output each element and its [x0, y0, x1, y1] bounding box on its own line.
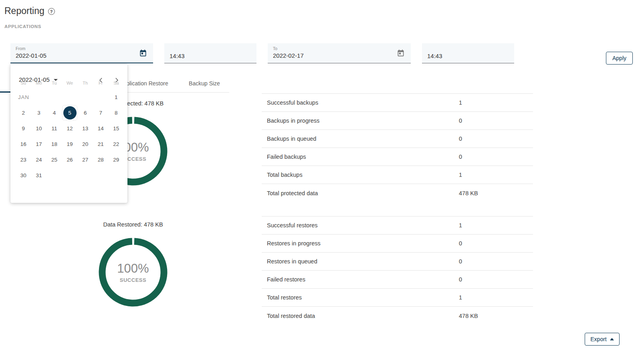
stat-value: 478 KB	[459, 190, 478, 196]
calendar-day[interactable]: 31	[31, 168, 47, 183]
calendar-day	[46, 168, 62, 183]
stat-label: Total protected data	[262, 190, 459, 196]
calendar-day[interactable]: 16	[16, 136, 31, 152]
stat-value: 1	[459, 99, 462, 106]
calendar-week-row: 23 24 25 26 27 28 29	[16, 152, 127, 168]
stat-value: 0	[459, 117, 462, 124]
calendar-day[interactable]: 24	[31, 152, 47, 168]
export-button[interactable]: Export	[585, 333, 620, 346]
table-row: Total backups1	[262, 166, 533, 184]
calendar-week-row: JAN 1	[16, 89, 127, 105]
calendar-day-selected[interactable]: 5	[62, 105, 78, 121]
stat-label: Restores in progress	[262, 240, 459, 247]
datepicker-header[interactable]: 2022-01-05	[19, 76, 58, 83]
calendar-day[interactable]: 6	[77, 105, 93, 121]
table-row: Backups in progress0	[262, 112, 533, 130]
stat-value: 1	[459, 172, 462, 178]
calendar-day[interactable]: 30	[16, 168, 31, 183]
to-date-label: To	[268, 43, 411, 51]
calendar-day	[93, 89, 109, 105]
table-row: Total restores1	[262, 289, 533, 307]
table-row: Successful backups1	[262, 94, 533, 112]
calendar-day[interactable]: 10	[31, 121, 47, 136]
section-label: APPLICATIONS	[4, 24, 41, 29]
month-label: JAN	[16, 89, 62, 105]
calendar-day[interactable]: 1	[109, 89, 124, 105]
calendar-day[interactable]: 28	[93, 152, 109, 168]
apply-button[interactable]: Apply	[606, 52, 633, 65]
previous-month-button[interactable]	[96, 75, 106, 85]
tab-backup-size[interactable]: Backup Size	[180, 74, 229, 92]
from-date-label: From	[10, 43, 153, 51]
calendar-day[interactable]: 29	[109, 152, 124, 168]
calendar-day	[109, 168, 124, 183]
stat-value: 0	[459, 240, 462, 247]
calendar-day[interactable]: 22	[109, 136, 124, 152]
calendar-day[interactable]: 13	[77, 121, 93, 136]
calendar-day[interactable]: 9	[16, 121, 31, 136]
from-date-value[interactable]: 2022-01-05	[10, 51, 153, 59]
calendar-day[interactable]: 26	[62, 152, 78, 168]
from-time-value[interactable]: 14:43	[164, 53, 185, 63]
to-time-value[interactable]: 14:43	[422, 53, 442, 63]
calendar-day[interactable]: 12	[62, 121, 78, 136]
calendar-day[interactable]: 25	[46, 152, 62, 168]
from-date-field[interactable]: From 2022-01-05	[10, 43, 153, 63]
calendar-day[interactable]: 11	[46, 121, 62, 136]
stat-label: Successful restores	[262, 222, 459, 229]
calendar-day[interactable]: 23	[16, 152, 31, 168]
weekday-label: Th	[77, 81, 93, 85]
calendar-day[interactable]: 4	[46, 105, 62, 121]
export-button-label: Export	[590, 336, 606, 342]
restore-stats-table: Successful restores1 Restores in progres…	[262, 216, 533, 325]
calendar-day	[93, 168, 109, 183]
chevron-down-icon	[54, 79, 58, 81]
stat-label: Failed restores	[262, 276, 459, 283]
calendar-day[interactable]: 21	[93, 136, 109, 152]
stat-value: 0	[459, 136, 462, 142]
calendar-day[interactable]: 8	[109, 105, 124, 121]
calendar-day[interactable]: 19	[62, 136, 78, 152]
stat-label: Successful backups	[262, 99, 459, 106]
data-restored-donut: 100% SUCCESS	[95, 234, 171, 310]
table-row: Failed backups0	[262, 148, 533, 166]
calendar-icon[interactable]	[139, 49, 147, 59]
calendar-day[interactable]: 20	[77, 136, 93, 152]
stat-value: 1	[459, 222, 462, 229]
calendar-day[interactable]: 18	[46, 136, 62, 152]
calendar-week-row: 30 31	[16, 168, 127, 183]
stat-value: 0	[459, 258, 462, 265]
table-row: Backups in queued0	[262, 130, 533, 148]
to-date-value[interactable]: 2022-02-17	[268, 51, 411, 59]
help-icon[interactable]: ?	[48, 8, 55, 15]
data-restored-title: Data Restored: 478 KB	[57, 221, 209, 228]
to-time-field[interactable]: 14:43	[422, 43, 514, 63]
calendar-week-row: 9 10 11 12 13 14 15	[16, 121, 127, 136]
calendar-day	[62, 168, 78, 183]
calendar-day[interactable]: 27	[77, 152, 93, 168]
backup-stats-table: Successful backups1 Backups in progress0…	[262, 93, 533, 202]
stat-label: Total restored data	[262, 313, 459, 319]
calendar-day	[77, 168, 93, 183]
calendar-week-row: 2 3 4 5 6 7 8	[16, 105, 127, 121]
table-row: Restores in queued0	[262, 253, 533, 271]
table-row: Successful restores1	[262, 216, 533, 235]
calendar-day[interactable]: 17	[31, 136, 47, 152]
from-time-field[interactable]: 14:43	[164, 43, 256, 63]
to-date-field[interactable]: To 2022-02-17	[268, 43, 411, 63]
page-title-text: Reporting	[4, 6, 44, 16]
table-row: Total restored data478 KB	[262, 307, 533, 325]
stat-value: 0	[459, 154, 462, 160]
calendar-day[interactable]: 14	[93, 121, 109, 136]
calendar-day[interactable]: 2	[16, 105, 31, 121]
calendar-day[interactable]: 15	[109, 121, 124, 136]
calendar-icon[interactable]	[397, 49, 405, 59]
table-row: Failed restores0	[262, 271, 533, 289]
table-row: Total protected data478 KB	[262, 184, 533, 202]
table-row: Restores in progress0	[262, 235, 533, 253]
calendar-day	[77, 89, 93, 105]
calendar-day[interactable]: 7	[93, 105, 109, 121]
stat-label: Total backups	[262, 172, 459, 178]
calendar-day[interactable]: 3	[31, 105, 47, 121]
next-month-button[interactable]	[112, 75, 121, 85]
